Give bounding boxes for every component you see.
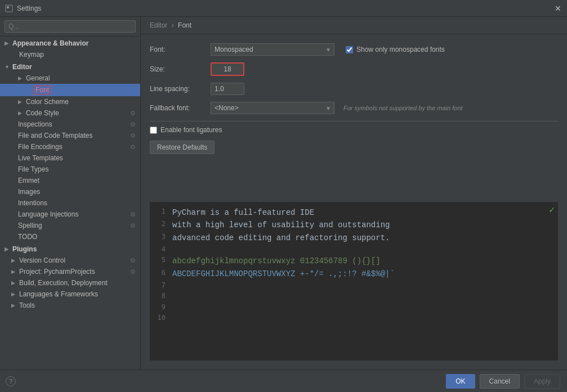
sidebar-item-file-code-templates[interactable]: File and Code Templates ⚙ (0, 130, 140, 141)
enable-ligatures-checkbox[interactable] (150, 127, 157, 134)
sidebar-item-general[interactable]: ▶ General (0, 73, 140, 84)
sidebar-item-languages-frameworks[interactable]: ▶ Languages & Frameworks (0, 289, 140, 300)
fallback-font-row: Fallback font: <None> Courier New DejaVu… (150, 102, 558, 114)
sidebar-item-version-control[interactable]: ▶ Version Control ⚙ (0, 255, 140, 266)
line-content-5: abcdefghijklmnopqrstuvwxyz 0123456789 ()… (172, 255, 551, 267)
sidebar-item-file-types[interactable]: File Types (0, 164, 140, 175)
size-input[interactable] (211, 62, 244, 76)
expand-arrow-plugins: ▶ (5, 246, 10, 252)
line-content-9 (172, 302, 551, 313)
restore-defaults-button[interactable]: Restore Defaults (150, 141, 215, 154)
expand-arrow-project: ▶ (11, 269, 17, 274)
search-input[interactable] (5, 20, 136, 33)
expand-arrow-appearance: ▶ (5, 40, 10, 46)
main-container: ▶ Appearance & Behavior Keymap ▼ Editor … (0, 17, 567, 392)
breadcrumb-parent: Editor (150, 21, 167, 29)
sidebar-label-file-code-templates: File and Code Templates (18, 132, 93, 139)
search-box (0, 17, 140, 37)
sidebar-item-inspections[interactable]: Inspections ⚙ (0, 119, 140, 130)
sidebar-item-file-encodings[interactable]: File Encodings ⚙ (0, 141, 140, 152)
gear-icon-language-injections: ⚙ (130, 211, 136, 218)
sidebar-item-color-scheme[interactable]: ▶ Color Scheme (0, 96, 140, 107)
sidebar-item-tools[interactable]: ▶ Tools (0, 300, 140, 311)
line-num-5: 5 (157, 255, 166, 267)
sidebar-item-build-execution[interactable]: ▶ Build, Execution, Deployment (0, 277, 140, 289)
sidebar-item-plugins[interactable]: ▶ Plugins (0, 242, 140, 255)
line-content-4 (172, 244, 551, 255)
sidebar-label-emmet: Emmet (18, 177, 39, 184)
gear-icon-inspections: ⚙ (130, 121, 136, 128)
help-button[interactable]: ? (6, 376, 16, 386)
sidebar-label-intentions: Intentions (18, 199, 47, 207)
line-num-10: 10 (157, 313, 166, 323)
line-spacing-label: Line spacing: (150, 85, 206, 93)
sidebar-label-code-style: Code Style (26, 109, 59, 117)
divider (150, 121, 558, 121)
line-num-8: 8 (157, 291, 166, 301)
expand-arrow-color-scheme: ▶ (18, 99, 24, 105)
preview-line-6: 6 ABCDEFGHIJKLMNOPQRSTUVWXYZ +-*/= .,;:!… (157, 268, 551, 280)
enable-ligatures-label: Enable font ligatures (160, 126, 222, 134)
sidebar: ▶ Appearance & Behavior Keymap ▼ Editor … (0, 17, 141, 370)
sidebar-item-language-injections[interactable]: Language Injections ⚙ (0, 209, 140, 220)
preview-line-5: 5 abcdefghijklmnopqrstuvwxyz 0123456789 … (157, 255, 551, 267)
line-spacing-row: Line spacing: (150, 83, 558, 95)
sidebar-item-code-style[interactable]: ▶ Code Style ⚙ (0, 107, 140, 119)
font-row: Font: Monospaced Consolas Courier New Je… (150, 43, 558, 56)
fallback-hint: For symbols not supported by the main fo… (343, 105, 463, 111)
sidebar-label-color-scheme: Color Scheme (26, 98, 69, 106)
cancel-button[interactable]: Cancel (480, 374, 520, 389)
sidebar-item-images[interactable]: Images (0, 186, 140, 197)
show-monospaced-checkbox[interactable] (346, 46, 353, 53)
line-num-9: 9 (157, 302, 166, 313)
ok-button[interactable]: OK (446, 374, 475, 389)
preview-line-9: 9 (157, 302, 551, 313)
gear-icon-code-style: ⚙ (130, 110, 136, 117)
sidebar-item-spelling[interactable]: Spelling ⚙ (0, 220, 140, 231)
sidebar-item-intentions[interactable]: Intentions (0, 197, 140, 209)
sidebar-item-font[interactable]: Font (0, 84, 140, 96)
sidebar-label-build-execution: Build, Execution, Deployment (19, 279, 108, 287)
gear-icon-version-control: ⚙ (130, 257, 136, 264)
sidebar-item-project[interactable]: ▶ Project: PycharmProjects ⚙ (0, 266, 140, 277)
close-button[interactable]: ✕ (553, 4, 562, 13)
size-label: Size: (150, 65, 206, 73)
line-num-4: 4 (157, 244, 166, 255)
font-label: Font: (150, 46, 206, 53)
gear-icon-project: ⚙ (130, 268, 136, 276)
ligatures-row: Enable font ligatures (150, 126, 558, 134)
apply-button[interactable]: Apply (524, 374, 560, 389)
line-spacing-input[interactable] (211, 83, 244, 95)
sidebar-item-keymap[interactable]: Keymap (0, 49, 140, 60)
sidebar-label-language-injections: Language Injections (18, 210, 78, 218)
checkmark-icon: ✓ (549, 204, 555, 215)
sidebar-label-project: Project: PycharmProjects (19, 268, 95, 276)
fallback-font-select[interactable]: <None> Courier New DejaVu Sans Mono (211, 102, 334, 114)
sidebar-label-plugins: Plugins (12, 245, 37, 253)
sidebar-item-todo[interactable]: TODO (0, 231, 140, 242)
sidebar-item-editor[interactable]: ▼ Editor (0, 60, 140, 73)
sidebar-label-inspections: Inspections (18, 120, 52, 128)
line-num-1: 1 (157, 206, 166, 219)
sidebar-label-languages-frameworks: Languages & Frameworks (19, 290, 98, 298)
sidebar-item-live-templates[interactable]: Live Templates (0, 152, 140, 164)
show-only-monospaced-row: Show only monospaced fonts (346, 46, 445, 53)
svg-rect-1 (7, 6, 9, 8)
sidebar-label-keymap: Keymap (19, 51, 44, 58)
sidebar-item-appearance[interactable]: ▶ Appearance & Behavior (0, 37, 140, 49)
content-area: ▶ Appearance & Behavior Keymap ▼ Editor … (0, 17, 567, 370)
line-num-2: 2 (157, 219, 166, 231)
line-content-10 (172, 313, 551, 323)
sidebar-label-appearance: Appearance & Behavior (12, 39, 88, 47)
gear-icon-file-encodings: ⚙ (130, 143, 136, 151)
line-content-2: with a high level of usability and outst… (172, 219, 551, 231)
preview-line-10: 10 (157, 313, 551, 323)
sidebar-label-editor: Editor (12, 63, 32, 71)
line-content-1: PyCharm is a full-featured IDE (172, 206, 551, 219)
font-select[interactable]: Monospaced Consolas Courier New JetBrain… (211, 43, 334, 56)
line-num-6: 6 (157, 268, 166, 280)
line-num-3: 3 (157, 232, 166, 244)
right-panel: Editor › Font Font: Monospaced Consolas … (141, 17, 567, 370)
preview-line-7: 7 (157, 280, 551, 291)
sidebar-item-emmet[interactable]: Emmet (0, 175, 140, 186)
